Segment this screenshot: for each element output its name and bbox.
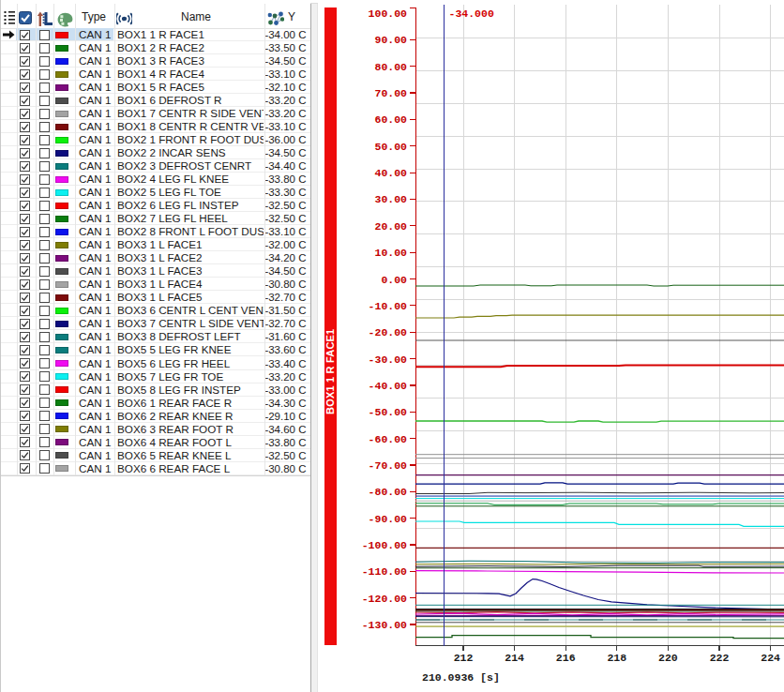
signal-enabled-checkbox[interactable] — [20, 266, 30, 277]
signal-secondary-checkbox[interactable] — [39, 227, 50, 237]
signal-enabled-checkbox[interactable] — [20, 240, 30, 250]
signal-enabled-checkbox[interactable] — [20, 253, 30, 263]
signal-secondary-checkbox[interactable] — [39, 148, 50, 158]
signal-enabled-checkbox[interactable] — [20, 424, 30, 434]
signal-secondary-checkbox[interactable] — [39, 411, 50, 421]
signal-secondary-checkbox[interactable] — [39, 332, 50, 342]
signal-color-swatch[interactable] — [55, 347, 68, 354]
signal-secondary-checkbox[interactable] — [39, 96, 50, 106]
signal-secondary-checkbox[interactable] — [39, 174, 50, 185]
signal-secondary-checkbox[interactable] — [39, 463, 50, 474]
column-header-y[interactable]: Y — [288, 10, 295, 23]
signal-secondary-checkbox[interactable] — [39, 371, 50, 382]
signal-color-swatch[interactable] — [55, 308, 68, 314]
signal-enabled-checkbox[interactable] — [20, 56, 30, 67]
signal-secondary-checkbox[interactable] — [39, 266, 50, 277]
signal-color-swatch[interactable] — [55, 294, 68, 301]
signal-enabled-checkbox[interactable] — [20, 174, 30, 185]
color-column-header-palette-icon[interactable] — [57, 12, 73, 27]
signal-secondary-checkbox[interactable] — [39, 240, 50, 250]
signal-color-swatch[interactable] — [55, 360, 68, 367]
signal-enabled-checkbox[interactable] — [20, 358, 30, 369]
signal-color-swatch[interactable] — [55, 58, 68, 65]
signal-enabled-checkbox[interactable] — [20, 188, 30, 198]
signal-secondary-checkbox[interactable] — [39, 319, 50, 329]
signal-secondary-checkbox[interactable] — [39, 279, 50, 290]
plot-canvas[interactable]: 100.0090.0080.0070.0060.0050.0040.0030.0… — [318, 0, 784, 692]
signal-color-swatch[interactable] — [55, 216, 68, 222]
signal-enabled-checkbox[interactable] — [20, 279, 30, 290]
y-column-header-scatter-icon[interactable] — [267, 10, 284, 26]
signal-enabled-checkbox[interactable] — [20, 109, 30, 119]
signal-color-swatch[interactable] — [55, 439, 68, 445]
signal-enabled-checkbox[interactable] — [20, 398, 30, 408]
signal-color-swatch[interactable] — [55, 452, 68, 459]
signal-enabled-checkbox[interactable] — [20, 293, 30, 303]
signal-color-swatch[interactable] — [55, 98, 68, 104]
signal-color-swatch[interactable] — [55, 399, 68, 406]
signal-enabled-checkbox[interactable] — [20, 306, 30, 316]
signal-color-swatch[interactable] — [55, 32, 68, 38]
signal-secondary-checkbox[interactable] — [39, 188, 50, 198]
column-header-name[interactable]: Name — [181, 10, 211, 23]
signal-secondary-checkbox[interactable] — [39, 358, 50, 369]
signal-enabled-checkbox[interactable] — [20, 43, 30, 53]
signal-color-swatch[interactable] — [55, 242, 68, 248]
signal-color-swatch[interactable] — [55, 203, 68, 209]
signal-enabled-checkbox[interactable] — [20, 201, 30, 211]
signal-color-swatch[interactable] — [55, 189, 68, 196]
signal-color-swatch[interactable] — [55, 163, 68, 170]
signal-enabled-checkbox[interactable] — [20, 450, 30, 460]
column-header-type[interactable]: Type — [82, 10, 106, 23]
signal-enabled-checkbox[interactable] — [20, 96, 30, 106]
signal-secondary-checkbox[interactable] — [39, 109, 50, 119]
signal-color-swatch[interactable] — [55, 111, 68, 117]
signal-secondary-checkbox[interactable] — [39, 122, 50, 132]
signal-color-swatch[interactable] — [55, 373, 68, 380]
signal-secondary-checkbox[interactable] — [39, 398, 50, 408]
signal-secondary-checkbox[interactable] — [39, 214, 50, 224]
signal-enabled-checkbox[interactable] — [20, 227, 30, 237]
signal-color-swatch[interactable] — [55, 413, 68, 419]
enabled-column-header-checkbox-icon[interactable] — [19, 11, 32, 24]
signal-enabled-checkbox[interactable] — [20, 83, 30, 93]
signal-color-swatch[interactable] — [55, 45, 68, 52]
signal-enabled-checkbox[interactable] — [20, 411, 30, 421]
signal-color-swatch[interactable] — [55, 268, 68, 275]
signal-enabled-checkbox[interactable] — [20, 437, 30, 447]
signal-secondary-checkbox[interactable] — [39, 306, 50, 316]
signal-enabled-checkbox[interactable] — [20, 161, 30, 172]
pane-splitter[interactable] — [310, 4, 318, 692]
signal-color-swatch[interactable] — [55, 386, 68, 393]
signal-enabled-checkbox[interactable] — [20, 69, 30, 80]
signal-secondary-checkbox[interactable] — [39, 450, 50, 460]
signal-enabled-checkbox[interactable] — [20, 332, 30, 342]
measurement-cursor[interactable]: -34.000 — [445, 5, 494, 646]
signal-enabled-checkbox[interactable] — [20, 148, 30, 158]
signal-secondary-checkbox[interactable] — [39, 30, 50, 40]
signal-color-swatch[interactable] — [55, 229, 68, 235]
signal-color-swatch[interactable] — [55, 255, 68, 262]
signal-color-swatch[interactable] — [55, 150, 68, 157]
signal-secondary-checkbox[interactable] — [39, 56, 50, 67]
signal-color-swatch[interactable] — [55, 321, 68, 327]
signal-enabled-checkbox[interactable] — [20, 135, 30, 145]
signal-color-swatch[interactable] — [55, 281, 68, 288]
signal-color-swatch[interactable] — [55, 137, 68, 143]
signal-color-swatch[interactable] — [55, 334, 68, 340]
row-marker-column-icon[interactable] — [3, 9, 16, 26]
signal-enabled-checkbox[interactable] — [20, 371, 30, 382]
signal-secondary-checkbox[interactable] — [39, 293, 50, 303]
signal-secondary-checkbox[interactable] — [39, 69, 50, 80]
signal-color-swatch[interactable] — [55, 465, 68, 472]
signal-enabled-checkbox[interactable] — [20, 30, 30, 40]
signal-secondary-checkbox[interactable] — [39, 83, 50, 93]
signal-enabled-checkbox[interactable] — [20, 384, 30, 395]
signal-enabled-checkbox[interactable] — [20, 214, 30, 224]
signal-enabled-checkbox[interactable] — [20, 463, 30, 474]
signal-secondary-checkbox[interactable] — [39, 253, 50, 263]
signal-color-swatch[interactable] — [55, 124, 68, 130]
signal-enabled-checkbox[interactable] — [20, 122, 30, 132]
signal-secondary-checkbox[interactable] — [39, 424, 50, 434]
signal-enabled-checkbox[interactable] — [20, 345, 30, 355]
